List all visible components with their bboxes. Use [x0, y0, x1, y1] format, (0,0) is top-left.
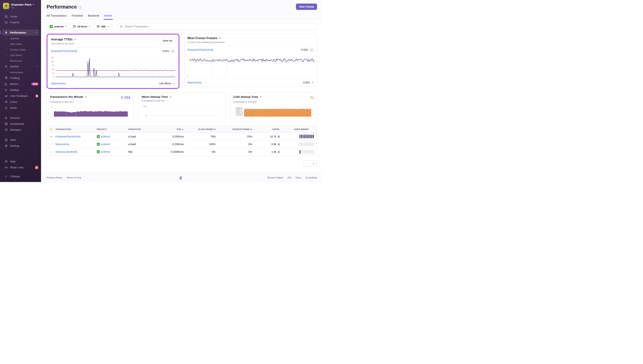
- expand-row-button[interactable]: [311, 82, 314, 84]
- cold-startup-title-dropdown[interactable]: Cold Startup Time: [233, 95, 262, 98]
- previous-page-button[interactable]: [303, 161, 310, 166]
- col-users[interactable]: USERS: [253, 128, 280, 130]
- sidebar-item-issues[interactable]: Issues: [0, 14, 41, 19]
- transaction-link[interactable]: MainActivity: [51, 82, 66, 85]
- sidebar-subitem-label: Queries: [10, 37, 19, 40]
- transaction-link[interactable]: checkout [android]: [55, 150, 97, 153]
- user-icon: [277, 135, 280, 138]
- sidebar-item-metrics[interactable]: Metrics beta: [0, 81, 41, 87]
- tab-all-transactions[interactable]: All Transactions: [47, 14, 66, 20]
- privacy-policy-link[interactable]: Privacy Policy: [47, 176, 62, 179]
- sidebar-subitem-resources[interactable]: Resources: [0, 58, 41, 64]
- col-tpm[interactable]: TPM: [161, 128, 185, 130]
- table-row[interactable]: ☆ MainActivity android ui.load 0.206/min…: [47, 140, 317, 148]
- sidebar-item-settings[interactable]: Settings: [0, 143, 41, 149]
- tab-backend[interactable]: Backend: [88, 14, 99, 20]
- transactions-table: ★ TRANSACTION PROJECT OPERATION TPM SLOW…: [47, 126, 317, 156]
- chevron-down-icon: [33, 4, 35, 6]
- col-slow-frame[interactable]: SLOW FRAME %: [185, 128, 216, 130]
- average-ttids-chart: 15s12s9s6s3s0: [48, 55, 178, 79]
- col-user-misery[interactable]: USER MISERY: [280, 128, 317, 130]
- star-toggle[interactable]: ☆: [47, 150, 55, 154]
- tab-mobile[interactable]: Mobile: [104, 14, 112, 20]
- next-page-button[interactable]: [310, 161, 317, 166]
- terms-of-use-link[interactable]: Terms of Use: [66, 176, 81, 179]
- star-header-icon[interactable]: ★: [47, 128, 55, 131]
- profiling-icon: [5, 76, 8, 80]
- date-range-filter[interactable]: 30D: [94, 23, 112, 30]
- chevron-up-icon[interactable]: [36, 66, 39, 68]
- sidebar-item-performance[interactable]: Performance: [2, 30, 39, 36]
- star-toggle[interactable]: ☆: [47, 142, 55, 146]
- sidebar-item-label: What's new: [10, 166, 24, 169]
- search-transactions-input[interactable]: [125, 25, 314, 28]
- sidebar-collapse-button[interactable]: Collapse: [0, 174, 41, 180]
- sidebar-item-label: Starfish: [10, 65, 19, 68]
- org-subtitle: Nar: [11, 6, 35, 9]
- sidebar-item-whats-new[interactable]: What's new 5: [0, 164, 41, 170]
- help-tooltip-icon[interactable]: ?: [79, 6, 82, 9]
- window-icon: [73, 25, 76, 28]
- sidebar-subitem-screen-loads[interactable]: Screen Loads: [0, 47, 41, 52]
- sidebar-item-projects[interactable]: Projects: [0, 19, 41, 25]
- search-transactions-box[interactable]: [117, 23, 317, 30]
- view-trends-button[interactable]: View Trends: [296, 4, 317, 10]
- project-link[interactable]: android: [101, 150, 110, 153]
- col-operation[interactable]: OPERATION: [128, 128, 161, 130]
- transaction-link[interactable]: EmpowerPlantActivity: [55, 135, 97, 138]
- sidebar-item-starfish[interactable]: Starfish: [0, 64, 41, 70]
- project-filter[interactable]: android: [47, 23, 70, 30]
- average-ttids-title-dropdown[interactable]: Average TTIDs: [51, 38, 76, 41]
- sidebar-item-help[interactable]: Help: [0, 158, 41, 164]
- android-icon: [97, 150, 100, 153]
- expand-row-button[interactable]: [173, 82, 175, 84]
- sidebar-item-releases[interactable]: Releases: [0, 127, 41, 133]
- org-switcher[interactable]: Empower Plant Nar: [0, 0, 41, 12]
- sidebar-item-alerts[interactable]: Alerts: [0, 105, 41, 111]
- transaction-link[interactable]: EmpowerPlantActivity: [51, 50, 77, 52]
- table-row[interactable]: ★ EmpowerPlantActivity android ui.load 0…: [47, 133, 317, 140]
- sidebar-item-profiling[interactable]: Profiling: [0, 75, 41, 81]
- transaction-link[interactable]: MainActivity: [55, 143, 97, 146]
- sidebar-item-user-feedback[interactable]: User Feedback B: [0, 93, 41, 99]
- collapse-row-button[interactable]: [171, 49, 175, 53]
- environment-filter[interactable]: All Envs: [70, 23, 94, 30]
- cold-startup-chart: 5000ms4000ms3000ms2000ms1000ms: [233, 105, 314, 119]
- warm-startup-chart: 1ms0: [142, 104, 222, 118]
- transaction-link[interactable]: EmpowerPlantActivity: [187, 48, 213, 51]
- col-frozen-frame[interactable]: FROZEN FRAME %: [216, 128, 253, 130]
- sidebar-item-stats[interactable]: Stats: [0, 137, 41, 143]
- sidebar-subitem-label: Resources: [10, 60, 22, 62]
- project-link[interactable]: android: [101, 143, 110, 146]
- table-row[interactable]: ☆ checkout [android] android http 0.0386…: [47, 148, 317, 156]
- tab-frontend[interactable]: Frontend: [72, 14, 83, 20]
- service-status-link[interactable]: Service Status: [267, 176, 283, 179]
- sidebar-subitem-label: Screen Loads: [10, 48, 26, 51]
- api-link[interactable]: API: [287, 176, 291, 179]
- sidebar-subitem-queries[interactable]: Queries: [0, 36, 41, 41]
- contribute-link[interactable]: Contribute: [305, 176, 317, 179]
- tpm-title-dropdown[interactable]: Transactions Per Minute: [50, 95, 87, 98]
- bullet-icon: [5, 44, 8, 44]
- col-transaction[interactable]: TRANSACTION: [55, 128, 97, 130]
- most-frozen-frames-title-dropdown[interactable]: Most Frozen Frames: [187, 36, 225, 40]
- siren-icon: [5, 106, 8, 109]
- docs-link[interactable]: Docs: [295, 176, 301, 179]
- sidebar-item-label: Stats: [10, 138, 16, 142]
- sidebar-item-dashboards[interactable]: Dashboards: [0, 121, 41, 127]
- sidebar-item-crons[interactable]: Crons: [0, 99, 41, 105]
- chevron-up-icon[interactable]: [36, 32, 38, 34]
- project-link[interactable]: android: [101, 135, 110, 138]
- transaction-link[interactable]: MainActivity: [187, 81, 202, 84]
- sidebar-subitem-web-vitals[interactable]: Web Vitals: [0, 41, 41, 47]
- view-all-button[interactable]: View All: [160, 38, 175, 44]
- star-toggle[interactable]: ★: [47, 135, 55, 138]
- sidebar-item-replays[interactable]: Replays: [0, 87, 41, 93]
- sidebar-subitem-app-starts[interactable]: App Starts: [0, 52, 41, 58]
- warm-startup-title-dropdown[interactable]: Warm Startup Time: [142, 95, 172, 98]
- tpm-cell: 0.206/min: [172, 143, 185, 146]
- sidebar-subitem-interactions[interactable]: Interactions: [0, 70, 41, 75]
- collapse-row-button[interactable]: [309, 48, 314, 52]
- col-project[interactable]: PROJECT: [97, 128, 128, 130]
- sidebar-item-discover[interactable]: Discover: [0, 115, 41, 121]
